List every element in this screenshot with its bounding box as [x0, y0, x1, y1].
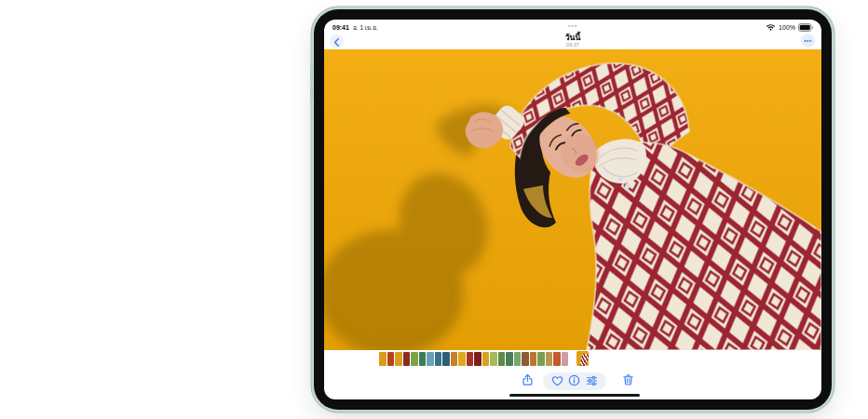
chevron-left-icon: [333, 34, 340, 50]
info-button[interactable]: [568, 375, 581, 388]
thumbnail[interactable]: [435, 352, 442, 366]
thumbnail[interactable]: [537, 352, 545, 366]
thumbnail[interactable]: [562, 352, 569, 366]
thumbnail[interactable]: [395, 352, 402, 366]
thumbnail[interactable]: [474, 352, 481, 366]
photo-view[interactable]: [324, 49, 821, 350]
thumbnail[interactable]: [506, 352, 513, 366]
thumbnail-strip[interactable]: [379, 352, 568, 366]
thumbnail[interactable]: [490, 352, 497, 366]
sliders-icon: [586, 373, 598, 390]
battery-percent: 100%: [779, 24, 795, 31]
thumbnail[interactable]: [467, 352, 474, 366]
thumbnail[interactable]: [442, 352, 450, 366]
thumbnail[interactable]: [379, 352, 387, 366]
thumbnail-current[interactable]: [576, 351, 589, 366]
volume-down-button: [310, 86, 313, 101]
trash-icon: [622, 373, 634, 390]
thumbnail[interactable]: [419, 352, 427, 366]
thumbnail[interactable]: [546, 352, 553, 366]
more-options-button[interactable]: •••: [801, 34, 815, 47]
status-time: 09:41: [332, 24, 349, 31]
ipad-device: 09:41 อ. 1 เม.ย. 100%: [314, 9, 832, 410]
share-button[interactable]: [519, 373, 536, 390]
battery-icon: [798, 23, 814, 33]
nav-title-group: วันนี้ 09:37: [565, 34, 580, 48]
thumbnail[interactable]: [514, 352, 522, 366]
adjust-button[interactable]: [586, 375, 599, 388]
thumbnail[interactable]: [458, 352, 466, 366]
thumbnail[interactable]: [387, 352, 395, 366]
page-subtitle: 09:37: [565, 43, 580, 48]
favorite-button[interactable]: [550, 375, 563, 388]
multitasking-indicator[interactable]: •••: [568, 24, 577, 28]
heart-icon: [551, 373, 563, 390]
navigation-bar: วันนี้ 09:37 •••: [324, 33, 821, 51]
thumbnail-current-figure: [580, 353, 589, 366]
info-icon: [568, 373, 580, 390]
thumbnail[interactable]: [451, 352, 458, 366]
volume-up-button: [310, 65, 313, 80]
thumbnail[interactable]: [498, 352, 506, 366]
back-button[interactable]: [330, 34, 344, 48]
thumbnail[interactable]: [553, 352, 561, 366]
status-date: อ. 1 เม.ย.: [353, 23, 378, 33]
thumbnail[interactable]: [403, 352, 411, 366]
wifi-icon: [766, 23, 776, 32]
delete-button[interactable]: [619, 373, 636, 390]
thumbnail[interactable]: [522, 352, 529, 366]
page-title: วันนี้: [565, 34, 580, 42]
thumbnail[interactable]: [411, 352, 418, 366]
toolbar-pill: [543, 372, 606, 390]
thumbnail[interactable]: [530, 352, 537, 366]
bottom-toolbar: [324, 372, 821, 391]
home-indicator[interactable]: [509, 394, 640, 397]
ipad-screen: 09:41 อ. 1 เม.ย. 100%: [324, 20, 821, 399]
share-icon: [522, 373, 534, 390]
thumbnail[interactable]: [482, 352, 490, 366]
photo-illustration: [324, 49, 821, 350]
thumbnail[interactable]: [427, 352, 434, 366]
